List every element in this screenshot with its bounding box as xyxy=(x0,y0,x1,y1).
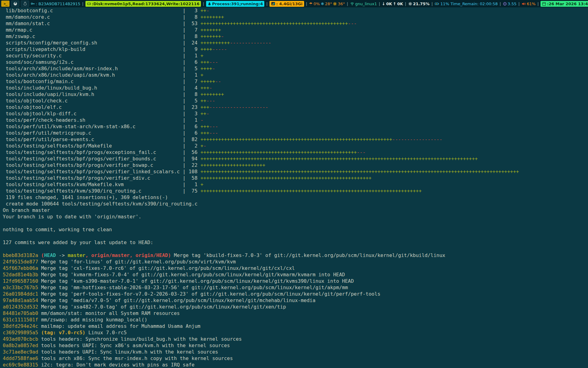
separator: | xyxy=(518,2,520,6)
host-key-indicator: : B23A9DB7114B2915 xyxy=(31,1,80,7)
download-rate: 0K xyxy=(386,2,392,6)
snowflake-icon: ❄ xyxy=(321,2,324,6)
diffstat-row: tools/testing/selftests/bpf/progs/verifi… xyxy=(3,175,588,181)
media-indicator: 3.55 xyxy=(503,1,517,7)
workspace-linux-button[interactable] xyxy=(21,1,29,7)
diffstat-row: tools/objtool/klp-diff.c | 3 ++- xyxy=(3,110,588,117)
commit-line: 52dad81e4b3b Merge tag 'kvmarm-fixes-7.0… xyxy=(3,271,588,278)
diffstat-row: tools/testing/selftests/bpf/Makefile | 2… xyxy=(3,143,588,149)
gear-icon xyxy=(333,2,337,6)
cpu-usage: 21.75% xyxy=(413,2,430,6)
commit-line: ec69c9e88315 i2c: tegra: Don't mark devi… xyxy=(3,362,588,368)
commit-line: 84481e705ab0 mm/damon/stat: monitor all … xyxy=(3,310,588,316)
diffstat-row: sound/soc/samsung/i2s.c | 6 +++--- xyxy=(3,59,588,65)
taskbar: >_ : B23A9DB7114B2915 | :Disk:nvme0n1p5,… xyxy=(0,0,588,7)
network-rate-indicator: ↓ 0K ↑ 0K xyxy=(382,1,403,7)
datetime-value: :26 Mar 2026 13:40 Thu xyxy=(547,2,588,6)
commit-line: bbeb83d3182a (HEAD -> master, origin/mas… xyxy=(3,252,588,259)
separator: | xyxy=(499,2,501,6)
separator: | xyxy=(537,2,539,6)
media-rate: 3.55 xyxy=(508,2,517,6)
commit-line: e3c33bc767b5 Merge tag 'mm-hotfixes-stab… xyxy=(3,284,588,291)
blank-line xyxy=(3,220,588,226)
diffstat-row: scripts/kconfig/merge_config.sh | 24 +++… xyxy=(3,40,588,46)
outside-temp: 28° xyxy=(325,2,332,6)
commit-line: a0124352d532 Merge tag 'xsa482-7.0-tag' … xyxy=(3,304,588,310)
key-icon xyxy=(31,2,35,6)
wifi-icon xyxy=(350,2,354,6)
diffstat-row: tools/bootconfig/main.c | 7 +++++-- xyxy=(3,78,588,85)
diffstat-row: tools/arch/x86/include/uapi/asm/kvm.h | … xyxy=(3,72,588,78)
diffstat-row: tools/testing/selftests/kvm/Makefile.kvm… xyxy=(3,181,588,188)
diffstat-row: tools/testing/selftests/bpf/progs/verifi… xyxy=(3,155,588,162)
disk-indicator: :Disk:nvme0n1p5,Read:1733624,Write:10221… xyxy=(85,1,201,7)
battery-status: 11% Time_Remain: 02:00:58 xyxy=(440,2,498,6)
upload-icon: ↑ xyxy=(393,2,396,6)
process-indicator: Process:391;running:4 xyxy=(206,1,265,7)
memory-indicator: : 4.4Gi/13Gi xyxy=(270,1,304,7)
separator: | xyxy=(266,2,267,6)
wifi-ssid: gnu_linux1 xyxy=(355,2,377,6)
commit-line: 493ad070cbcb tools headers: Synchronize … xyxy=(3,336,588,342)
status-line: nothing to commit, working tree clean xyxy=(3,226,588,233)
penguin-icon xyxy=(208,2,211,6)
diffstat-row: tools/arch/x86/include/asm/msr-index.h |… xyxy=(3,65,588,72)
diffstat-row: tools/testing/selftests/bpf/progs/verifi… xyxy=(3,162,588,168)
rain-chance: 0% xyxy=(314,2,320,6)
memory-value: : 4.4Gi/13Gi xyxy=(276,2,303,6)
disk-value: :Disk:nvme0n1p5,Read:1733624,Write:10221… xyxy=(92,2,200,6)
workspace-firefox-button[interactable] xyxy=(11,1,19,7)
weather-indicator: ☂ 0% ❄ 28° 36° xyxy=(309,1,345,7)
film-reel-icon xyxy=(503,2,507,6)
commit-line: 12fd96587160 Merge tag 'kvm-s390-master-… xyxy=(3,278,588,284)
speaker-icon xyxy=(522,2,526,6)
separator: | xyxy=(432,2,433,6)
cogs-icon xyxy=(408,2,412,6)
separator: | xyxy=(306,2,307,6)
disk-icon xyxy=(87,2,91,6)
diffstat-row: mm/zswap.c | 8 +++++++- xyxy=(3,33,588,40)
blank-line xyxy=(3,233,588,239)
datetime-indicator: :26 Mar 2026 13:40 Thu xyxy=(541,1,588,7)
commit-line: 45f667ebb06a Merge tag 'cxl-fixes-7.0-rc… xyxy=(3,265,588,271)
separator: | xyxy=(379,2,380,6)
wifi-indicator: gnu_linux1 xyxy=(350,1,377,7)
volume-indicator: 61% xyxy=(522,1,536,7)
memory-chart-icon xyxy=(271,2,275,6)
diffstat-row: tools/perf/check-headers.sh | 1 - xyxy=(3,117,588,123)
status-line: 127 commits were added by your last upda… xyxy=(3,239,588,246)
upload-rate: 0K xyxy=(397,2,403,6)
diffstat-row: tools/testing/selftests/kvm/s390/irq_rou… xyxy=(3,188,588,194)
status-indicators: : B23A9DB7114B2915 | :Disk:nvme0n1p5,Rea… xyxy=(31,1,588,7)
diffstat-summary-line: 119 files changed, 1641 insertions(+), 3… xyxy=(3,194,588,201)
firefox-icon xyxy=(13,2,17,6)
diffstat-row: tools/objtool/check.c | 5 ++--- xyxy=(3,98,588,104)
tux-icon xyxy=(23,2,27,6)
terminal-icon: >_ xyxy=(4,2,7,6)
blank-line xyxy=(3,246,588,252)
commit-line: 0a8b2a0857ed tools headers UAPI: Sync x8… xyxy=(3,342,588,349)
diffstat-row: tools/perf/util/kvm-stat-arch/kvm-stat-x… xyxy=(3,123,588,130)
diffstat-row: tools/testing/selftests/bpf/progs/verifi… xyxy=(3,168,588,175)
volume-level: 61% xyxy=(527,2,536,6)
commit-line: 24f9515de877 Merge tag 'for-linus' of gi… xyxy=(3,259,588,265)
commit-line: 97a48d1aab54 Merge tag 'media/v7.0-5' of… xyxy=(3,297,588,304)
separator: | xyxy=(347,2,348,6)
diffstat-row: mm/rmap.c | 7 +++++++ xyxy=(3,27,588,33)
commit-line: 38dfd294e24c mailmap: update email addre… xyxy=(3,323,588,329)
separator: | xyxy=(203,2,204,6)
process-value: Process:391;running:4 xyxy=(212,2,263,6)
terminal-output[interactable]: lib/bootconfig.c | 3 ++- mm/damon/core.c… xyxy=(0,7,588,368)
diffstat-row: tools/objtool/elf.c | 23 +++------------… xyxy=(3,104,588,110)
download-icon: ↓ xyxy=(382,2,385,6)
calendar-icon xyxy=(542,2,546,6)
diffstat-row: mm/damon/stat.c | 53 +++++++++++++++++++… xyxy=(3,20,588,27)
separator: | xyxy=(405,2,406,6)
diffstat-row: scripts/livepatch/klp-build | 9 ++++----… xyxy=(3,46,588,52)
commit-line: 26a01984ddc1 Merge tag 'perf-tools-fixes… xyxy=(3,291,588,297)
commit-line: 4ddd7588fae6 tools arch x86: Sync the ms… xyxy=(3,355,588,362)
status-line: Your branch is up to date with 'origin/m… xyxy=(3,213,588,220)
workspace-terminal-button[interactable]: >_ xyxy=(1,1,9,7)
diffstat-row: tools/perf/util/parse-events.c | 82 ++++… xyxy=(3,136,588,143)
umbrella-icon: ☂ xyxy=(309,2,313,6)
